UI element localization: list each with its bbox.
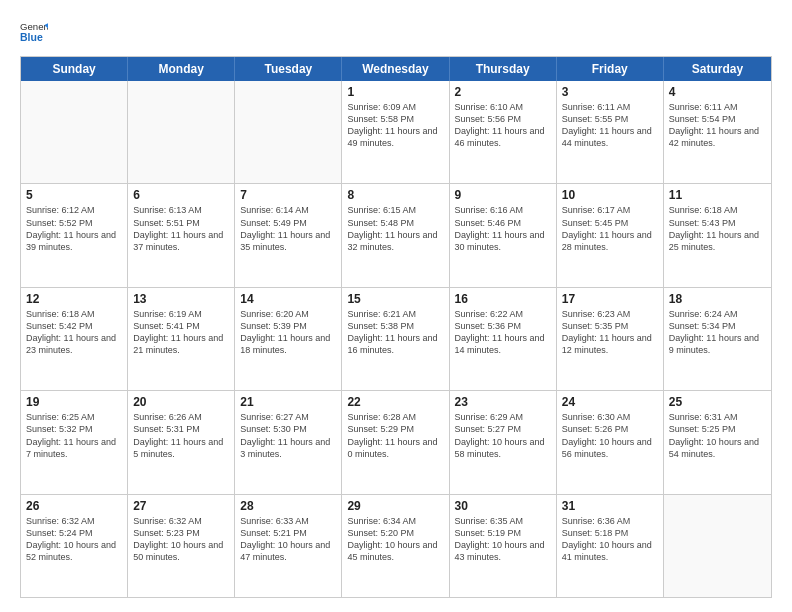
day-cell-7: 7Sunrise: 6:14 AM Sunset: 5:49 PM Daylig… bbox=[235, 184, 342, 286]
day-info: Sunrise: 6:35 AM Sunset: 5:19 PM Dayligh… bbox=[455, 515, 551, 564]
empty-cell bbox=[21, 81, 128, 183]
day-cell-31: 31Sunrise: 6:36 AM Sunset: 5:18 PM Dayli… bbox=[557, 495, 664, 597]
day-cell-14: 14Sunrise: 6:20 AM Sunset: 5:39 PM Dayli… bbox=[235, 288, 342, 390]
day-cell-8: 8Sunrise: 6:15 AM Sunset: 5:48 PM Daylig… bbox=[342, 184, 449, 286]
day-number: 7 bbox=[240, 188, 336, 202]
svg-text:Blue: Blue bbox=[20, 31, 43, 43]
day-info: Sunrise: 6:32 AM Sunset: 5:24 PM Dayligh… bbox=[26, 515, 122, 564]
day-cell-4: 4Sunrise: 6:11 AM Sunset: 5:54 PM Daylig… bbox=[664, 81, 771, 183]
day-number: 23 bbox=[455, 395, 551, 409]
day-cell-28: 28Sunrise: 6:33 AM Sunset: 5:21 PM Dayli… bbox=[235, 495, 342, 597]
empty-cell bbox=[128, 81, 235, 183]
day-number: 2 bbox=[455, 85, 551, 99]
day-number: 8 bbox=[347, 188, 443, 202]
calendar-row: 19Sunrise: 6:25 AM Sunset: 5:32 PM Dayli… bbox=[21, 391, 771, 494]
day-number: 3 bbox=[562, 85, 658, 99]
weekday-header-saturday: Saturday bbox=[664, 57, 771, 81]
empty-cell bbox=[235, 81, 342, 183]
day-info: Sunrise: 6:11 AM Sunset: 5:54 PM Dayligh… bbox=[669, 101, 766, 150]
day-number: 18 bbox=[669, 292, 766, 306]
logo-icon: General Blue bbox=[20, 18, 48, 46]
day-number: 9 bbox=[455, 188, 551, 202]
day-info: Sunrise: 6:18 AM Sunset: 5:43 PM Dayligh… bbox=[669, 204, 766, 253]
day-number: 17 bbox=[562, 292, 658, 306]
day-info: Sunrise: 6:23 AM Sunset: 5:35 PM Dayligh… bbox=[562, 308, 658, 357]
day-cell-9: 9Sunrise: 6:16 AM Sunset: 5:46 PM Daylig… bbox=[450, 184, 557, 286]
day-cell-3: 3Sunrise: 6:11 AM Sunset: 5:55 PM Daylig… bbox=[557, 81, 664, 183]
day-cell-11: 11Sunrise: 6:18 AM Sunset: 5:43 PM Dayli… bbox=[664, 184, 771, 286]
day-cell-17: 17Sunrise: 6:23 AM Sunset: 5:35 PM Dayli… bbox=[557, 288, 664, 390]
calendar-row: 26Sunrise: 6:32 AM Sunset: 5:24 PM Dayli… bbox=[21, 495, 771, 597]
day-info: Sunrise: 6:30 AM Sunset: 5:26 PM Dayligh… bbox=[562, 411, 658, 460]
day-number: 24 bbox=[562, 395, 658, 409]
weekday-header-tuesday: Tuesday bbox=[235, 57, 342, 81]
day-number: 16 bbox=[455, 292, 551, 306]
day-info: Sunrise: 6:33 AM Sunset: 5:21 PM Dayligh… bbox=[240, 515, 336, 564]
day-number: 6 bbox=[133, 188, 229, 202]
day-info: Sunrise: 6:34 AM Sunset: 5:20 PM Dayligh… bbox=[347, 515, 443, 564]
day-number: 27 bbox=[133, 499, 229, 513]
day-info: Sunrise: 6:14 AM Sunset: 5:49 PM Dayligh… bbox=[240, 204, 336, 253]
day-number: 13 bbox=[133, 292, 229, 306]
day-info: Sunrise: 6:15 AM Sunset: 5:48 PM Dayligh… bbox=[347, 204, 443, 253]
day-info: Sunrise: 6:36 AM Sunset: 5:18 PM Dayligh… bbox=[562, 515, 658, 564]
calendar-header: SundayMondayTuesdayWednesdayThursdayFrid… bbox=[21, 57, 771, 81]
day-number: 5 bbox=[26, 188, 122, 202]
day-info: Sunrise: 6:29 AM Sunset: 5:27 PM Dayligh… bbox=[455, 411, 551, 460]
weekday-header-wednesday: Wednesday bbox=[342, 57, 449, 81]
day-number: 19 bbox=[26, 395, 122, 409]
day-number: 12 bbox=[26, 292, 122, 306]
day-info: Sunrise: 6:27 AM Sunset: 5:30 PM Dayligh… bbox=[240, 411, 336, 460]
day-cell-20: 20Sunrise: 6:26 AM Sunset: 5:31 PM Dayli… bbox=[128, 391, 235, 493]
day-cell-5: 5Sunrise: 6:12 AM Sunset: 5:52 PM Daylig… bbox=[21, 184, 128, 286]
day-cell-26: 26Sunrise: 6:32 AM Sunset: 5:24 PM Dayli… bbox=[21, 495, 128, 597]
day-number: 14 bbox=[240, 292, 336, 306]
day-info: Sunrise: 6:31 AM Sunset: 5:25 PM Dayligh… bbox=[669, 411, 766, 460]
calendar: SundayMondayTuesdayWednesdayThursdayFrid… bbox=[20, 56, 772, 598]
weekday-header-sunday: Sunday bbox=[21, 57, 128, 81]
day-number: 21 bbox=[240, 395, 336, 409]
day-info: Sunrise: 6:12 AM Sunset: 5:52 PM Dayligh… bbox=[26, 204, 122, 253]
day-number: 26 bbox=[26, 499, 122, 513]
calendar-row: 12Sunrise: 6:18 AM Sunset: 5:42 PM Dayli… bbox=[21, 288, 771, 391]
day-info: Sunrise: 6:32 AM Sunset: 5:23 PM Dayligh… bbox=[133, 515, 229, 564]
day-info: Sunrise: 6:25 AM Sunset: 5:32 PM Dayligh… bbox=[26, 411, 122, 460]
day-cell-21: 21Sunrise: 6:27 AM Sunset: 5:30 PM Dayli… bbox=[235, 391, 342, 493]
page-header: General Blue bbox=[20, 18, 772, 46]
day-number: 30 bbox=[455, 499, 551, 513]
day-cell-24: 24Sunrise: 6:30 AM Sunset: 5:26 PM Dayli… bbox=[557, 391, 664, 493]
calendar-row: 1Sunrise: 6:09 AM Sunset: 5:58 PM Daylig… bbox=[21, 81, 771, 184]
day-info: Sunrise: 6:09 AM Sunset: 5:58 PM Dayligh… bbox=[347, 101, 443, 150]
day-info: Sunrise: 6:20 AM Sunset: 5:39 PM Dayligh… bbox=[240, 308, 336, 357]
day-cell-27: 27Sunrise: 6:32 AM Sunset: 5:23 PM Dayli… bbox=[128, 495, 235, 597]
day-info: Sunrise: 6:10 AM Sunset: 5:56 PM Dayligh… bbox=[455, 101, 551, 150]
day-cell-23: 23Sunrise: 6:29 AM Sunset: 5:27 PM Dayli… bbox=[450, 391, 557, 493]
day-cell-19: 19Sunrise: 6:25 AM Sunset: 5:32 PM Dayli… bbox=[21, 391, 128, 493]
day-cell-10: 10Sunrise: 6:17 AM Sunset: 5:45 PM Dayli… bbox=[557, 184, 664, 286]
logo: General Blue bbox=[20, 18, 48, 46]
empty-cell bbox=[664, 495, 771, 597]
day-number: 31 bbox=[562, 499, 658, 513]
day-cell-12: 12Sunrise: 6:18 AM Sunset: 5:42 PM Dayli… bbox=[21, 288, 128, 390]
weekday-header-thursday: Thursday bbox=[450, 57, 557, 81]
day-info: Sunrise: 6:21 AM Sunset: 5:38 PM Dayligh… bbox=[347, 308, 443, 357]
day-info: Sunrise: 6:18 AM Sunset: 5:42 PM Dayligh… bbox=[26, 308, 122, 357]
day-info: Sunrise: 6:16 AM Sunset: 5:46 PM Dayligh… bbox=[455, 204, 551, 253]
day-info: Sunrise: 6:19 AM Sunset: 5:41 PM Dayligh… bbox=[133, 308, 229, 357]
day-info: Sunrise: 6:17 AM Sunset: 5:45 PM Dayligh… bbox=[562, 204, 658, 253]
day-number: 11 bbox=[669, 188, 766, 202]
day-number: 22 bbox=[347, 395, 443, 409]
day-cell-30: 30Sunrise: 6:35 AM Sunset: 5:19 PM Dayli… bbox=[450, 495, 557, 597]
day-number: 29 bbox=[347, 499, 443, 513]
calendar-body: 1Sunrise: 6:09 AM Sunset: 5:58 PM Daylig… bbox=[21, 81, 771, 597]
day-cell-29: 29Sunrise: 6:34 AM Sunset: 5:20 PM Dayli… bbox=[342, 495, 449, 597]
day-info: Sunrise: 6:28 AM Sunset: 5:29 PM Dayligh… bbox=[347, 411, 443, 460]
day-info: Sunrise: 6:11 AM Sunset: 5:55 PM Dayligh… bbox=[562, 101, 658, 150]
day-info: Sunrise: 6:26 AM Sunset: 5:31 PM Dayligh… bbox=[133, 411, 229, 460]
day-cell-15: 15Sunrise: 6:21 AM Sunset: 5:38 PM Dayli… bbox=[342, 288, 449, 390]
day-cell-13: 13Sunrise: 6:19 AM Sunset: 5:41 PM Dayli… bbox=[128, 288, 235, 390]
calendar-row: 5Sunrise: 6:12 AM Sunset: 5:52 PM Daylig… bbox=[21, 184, 771, 287]
day-cell-1: 1Sunrise: 6:09 AM Sunset: 5:58 PM Daylig… bbox=[342, 81, 449, 183]
day-cell-25: 25Sunrise: 6:31 AM Sunset: 5:25 PM Dayli… bbox=[664, 391, 771, 493]
day-info: Sunrise: 6:22 AM Sunset: 5:36 PM Dayligh… bbox=[455, 308, 551, 357]
